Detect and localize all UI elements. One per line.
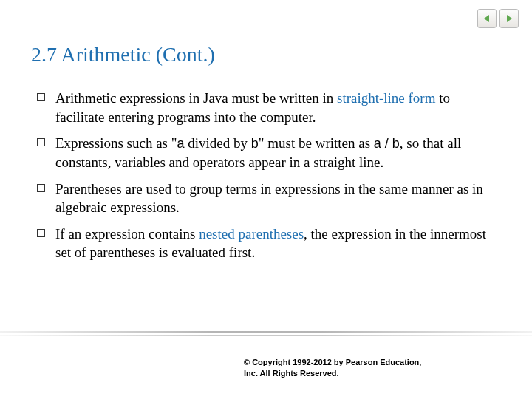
nav-buttons — [477, 9, 519, 28]
text-run: divided by — [185, 135, 251, 151]
svg-marker-0 — [484, 15, 489, 22]
bullet-marker-icon — [37, 184, 45, 192]
text-run: Expressions such as " — [55, 135, 177, 151]
bullet-text: Expressions such as "a divided by b" mus… — [55, 134, 501, 171]
code-run: a / b — [374, 136, 400, 151]
bullet-marker-icon — [37, 229, 45, 237]
list-item: If an expression contains nested parenth… — [31, 225, 501, 262]
copyright-text: © Copyright 1992-2012 by Pearson Educati… — [244, 357, 436, 378]
slide-title: 2.7 Arithmetic (Cont.) — [31, 43, 215, 66]
svg-marker-1 — [507, 15, 512, 22]
footer-divider — [0, 331, 532, 341]
code-run: b — [251, 136, 259, 151]
list-item: Arithmetic expressions in Java must be w… — [31, 89, 501, 126]
highlight-term: nested parentheses — [199, 226, 304, 242]
text-run: Arithmetic expressions in Java must be w… — [55, 90, 337, 106]
bullet-text: Parentheses are used to group terms in e… — [55, 180, 501, 217]
next-button[interactable] — [499, 9, 519, 28]
list-item: Expressions such as "a divided by b" mus… — [31, 134, 501, 171]
content-area: Arithmetic expressions in Java must be w… — [31, 89, 501, 270]
list-item: Parentheses are used to group terms in e… — [31, 180, 501, 217]
bullet-text: If an expression contains nested parenth… — [55, 225, 501, 262]
highlight-term: straight-line form — [337, 90, 436, 106]
prev-button[interactable] — [477, 9, 497, 28]
text-run: " must be written as — [259, 135, 374, 151]
text-run: Parentheses are used to group terms in e… — [55, 181, 483, 216]
text-run: If an expression contains — [55, 226, 199, 242]
bullet-marker-icon — [37, 138, 45, 146]
code-run: a — [177, 136, 185, 151]
bullet-text: Arithmetic expressions in Java must be w… — [55, 89, 501, 126]
bullet-marker-icon — [37, 93, 45, 101]
